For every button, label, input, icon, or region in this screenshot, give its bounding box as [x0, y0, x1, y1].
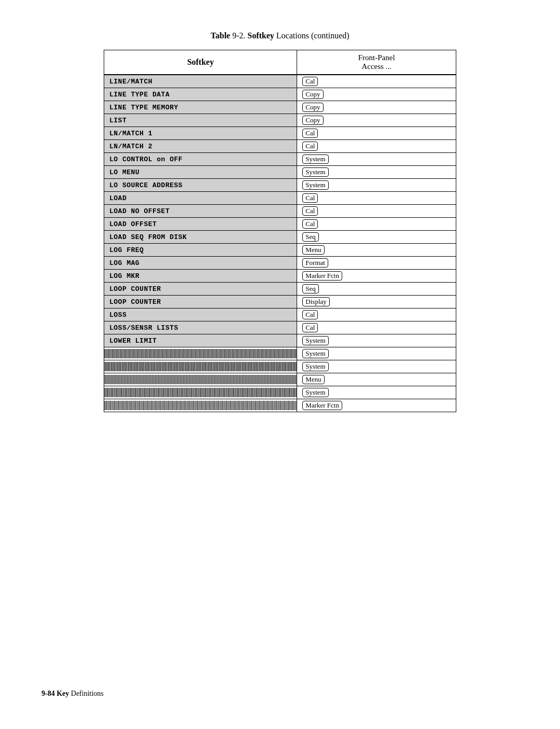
- access-cell: Seq: [297, 283, 456, 296]
- access-cell: System: [297, 334, 456, 347]
- access-badge: Cal: [302, 77, 318, 86]
- access-cell: Display: [297, 296, 456, 309]
- table-row: LOG FREQMenu: [104, 244, 456, 257]
- softkey-cell: LOAD OFFSET: [104, 218, 297, 231]
- access-badge: System: [302, 388, 328, 397]
- footer-bold-word: Key: [57, 690, 71, 697]
- table-row: LINE TYPE MEMORYCopy: [104, 101, 456, 114]
- access-badge: Cal: [302, 193, 318, 203]
- access-cell: Format: [297, 257, 456, 270]
- softkey-cell: LO CONTROL on OFF: [104, 153, 297, 166]
- table-row: LOADCal: [104, 192, 456, 205]
- table-row: LOAD SEQ FROM DISKSeq: [104, 231, 456, 244]
- softkey-cell: LINE TYPE MEMORY: [104, 101, 297, 114]
- softkey-cell: [104, 373, 297, 386]
- access-badge: System: [302, 167, 328, 177]
- softkey-cell: LINE TYPE DATA: [104, 88, 297, 101]
- access-cell: Cal: [297, 140, 456, 153]
- softkey-cell: LOG FREQ: [104, 244, 297, 257]
- softkey-cell: LOAD NO OFFSET: [104, 205, 297, 218]
- softkey-cell: LOWER LIMIT: [104, 334, 297, 347]
- title-suffix: Locations (continued): [276, 31, 349, 40]
- access-badge: Cal: [302, 219, 318, 229]
- table-row: LOOP COUNTERDisplay: [104, 296, 456, 309]
- access-badge: System: [302, 349, 328, 358]
- access-badge: System: [302, 336, 328, 345]
- access-badge: Cal: [302, 142, 318, 151]
- table-row: LOSSCal: [104, 309, 456, 321]
- access-badge: Display: [302, 297, 329, 306]
- access-cell: Cal: [297, 218, 456, 231]
- access-cell: Marker Fctn: [297, 399, 456, 412]
- table-row: LOG MKRMarker Fctn: [104, 270, 456, 283]
- table-row: LOSS/SENSR LISTSCal: [104, 321, 456, 334]
- softkey-cell: [104, 399, 297, 412]
- access-badge: Marker Fctn: [302, 401, 342, 410]
- table-row: Menu: [104, 373, 456, 386]
- softkey-cell: LN/MATCH 2: [104, 140, 297, 153]
- access-cell: Marker Fctn: [297, 270, 456, 283]
- access-cell: Cal: [297, 321, 456, 334]
- table-row: LN/MATCH 2Cal: [104, 140, 456, 153]
- access-badge: Cal: [302, 323, 318, 332]
- title-prefix: Table: [211, 31, 230, 40]
- softkey-cell: [104, 360, 297, 373]
- softkey-cell: LOAD SEQ FROM DISK: [104, 231, 297, 244]
- footer: 9-84 Key Definitions: [41, 690, 104, 698]
- table-row: LOG MAGFormat: [104, 257, 456, 270]
- access-badge: System: [302, 155, 328, 164]
- access-badge: Cal: [302, 310, 318, 319]
- softkey-cell: LOOP COUNTER: [104, 296, 297, 309]
- table-row: System: [104, 386, 456, 399]
- table-row: LO MENUSystem: [104, 166, 456, 179]
- access-cell: System: [297, 166, 456, 179]
- table-row: Marker Fctn: [104, 399, 456, 412]
- page: Table 9-2. Softkey Locations (continued)…: [0, 0, 560, 454]
- access-cell: Cal: [297, 192, 456, 205]
- table-row: System: [104, 360, 456, 373]
- access-cell: System: [297, 153, 456, 166]
- access-cell: Menu: [297, 244, 456, 257]
- access-cell: Cal: [297, 309, 456, 321]
- access-cell: Cal: [297, 127, 456, 140]
- table-title: Table 9-2. Softkey Locations (continued): [41, 31, 519, 40]
- footer-num: 9-84: [41, 690, 55, 697]
- access-badge: Marker Fctn: [302, 271, 342, 281]
- title-num: 9-2.: [232, 31, 245, 40]
- access-cell: Cal: [297, 75, 456, 88]
- table-row: LO CONTROL on OFFSystem: [104, 153, 456, 166]
- access-cell: Seq: [297, 231, 456, 244]
- access-badge: Cal: [302, 129, 318, 138]
- access-badge: Seq: [302, 284, 319, 293]
- softkey-cell: LOAD: [104, 192, 297, 205]
- table-row: LOWER LIMITSystem: [104, 334, 456, 347]
- softkey-cell: LN/MATCH 1: [104, 127, 297, 140]
- softkey-cell: LIST: [104, 114, 297, 127]
- access-cell: System: [297, 179, 456, 192]
- access-cell: Copy: [297, 88, 456, 101]
- softkey-cell: [104, 347, 297, 360]
- table-row: LINE TYPE DATACopy: [104, 88, 456, 101]
- table-row: LOAD NO OFFSETCal: [104, 205, 456, 218]
- access-badge: Copy: [302, 90, 323, 99]
- access-cell: System: [297, 347, 456, 360]
- table-row: System: [104, 347, 456, 360]
- softkey-cell: LOG MAG: [104, 257, 297, 270]
- access-cell: Menu: [297, 373, 456, 386]
- access-badge: Format: [302, 258, 328, 268]
- access-cell: Copy: [297, 114, 456, 127]
- access-cell: System: [297, 386, 456, 399]
- access-badge: Menu: [302, 375, 324, 384]
- col-softkey-header: Softkey: [104, 50, 297, 75]
- access-cell: Copy: [297, 101, 456, 114]
- table-row: LISTCopy: [104, 114, 456, 127]
- access-badge: Cal: [302, 206, 318, 216]
- access-cell: Cal: [297, 205, 456, 218]
- softkey-cell: LO SOURCE ADDRESS: [104, 179, 297, 192]
- table-row: LINE/MATCHCal: [104, 75, 456, 88]
- table-row: LN/MATCH 1Cal: [104, 127, 456, 140]
- softkey-cell: LOSS/SENSR LISTS: [104, 321, 297, 334]
- softkey-cell: LINE/MATCH: [104, 75, 297, 88]
- access-badge: Copy: [302, 103, 323, 112]
- footer-text: Definitions: [71, 690, 104, 697]
